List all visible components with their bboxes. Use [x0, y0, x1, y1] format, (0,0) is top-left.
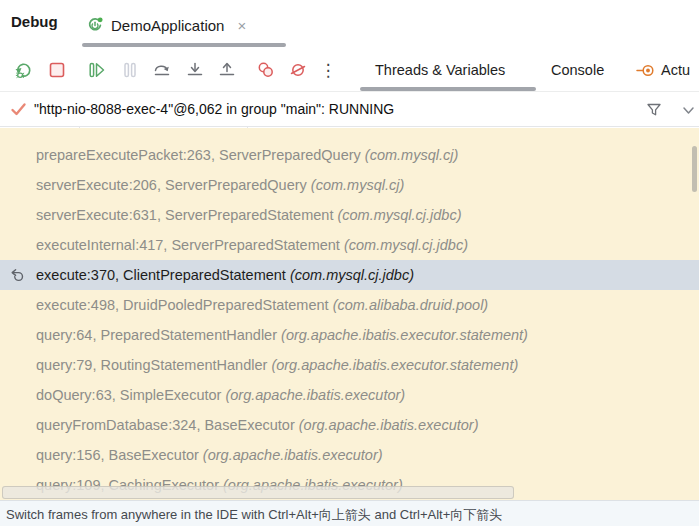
- status-hint-text: Switch frames from anywhere in the IDE w…: [6, 506, 502, 524]
- session-tab-demoapplication[interactable]: DemoApplication ×: [80, 8, 252, 42]
- frame-package: (com.alibaba.druid.pool): [333, 297, 489, 313]
- selected-view-tab-indicator: [360, 87, 536, 91]
- close-icon[interactable]: ×: [237, 17, 246, 34]
- frame-package: (com.mysql.cj.jdbc): [344, 237, 468, 253]
- tab-label: Console: [551, 62, 604, 78]
- pause-icon[interactable]: [120, 60, 140, 80]
- frame-row[interactable]: executeInternal:417, ServerPreparedState…: [0, 230, 699, 260]
- frame-package: (org.apache.ibatis.executor): [299, 417, 479, 433]
- filter-icon[interactable]: [645, 101, 663, 119]
- frame-package: (com.mysql.cj.jdbc): [337, 207, 461, 223]
- check-icon: [10, 101, 27, 118]
- actuator-icon: [636, 61, 655, 80]
- stack-frames-list: prepareExecutePacket:263, ServerPrepared…: [0, 128, 699, 500]
- frame-row-selected[interactable]: execute:370, ClientPreparedStatement (co…: [0, 260, 699, 290]
- step-over-icon[interactable]: [152, 60, 172, 80]
- frame-row[interactable]: query:156, BaseExecutor (org.apache.ibat…: [0, 440, 699, 470]
- thread-status-bar: "http-nio-8088-exec-4"@6,062 in group "m…: [0, 92, 699, 127]
- tab-actuator[interactable]: Actu: [636, 48, 690, 92]
- frame-package: (com.mysql.cj.jdbc): [290, 267, 414, 283]
- tab-label: Actu: [661, 62, 690, 78]
- frame-row[interactable]: serverExecute:206, ServerPreparedQuery (…: [0, 170, 699, 200]
- frame-method: serverExecute:631, ServerPreparedStateme…: [36, 207, 333, 223]
- rerun-debug-icon[interactable]: [13, 60, 33, 80]
- selected-tab-indicator: [82, 43, 286, 47]
- session-tab-label: DemoApplication: [111, 17, 224, 34]
- tab-label: Threads & Variables: [375, 62, 505, 78]
- frame-method: executeInternal:417, ServerPreparedState…: [36, 237, 340, 253]
- frame-method: serverExecute:206, ServerPreparedQuery: [36, 177, 307, 193]
- execution-point-icon: [9, 267, 25, 283]
- vertical-scrollbar[interactable]: [692, 146, 697, 192]
- mute-breakpoints-icon[interactable]: [288, 60, 308, 80]
- view-breakpoints-icon[interactable]: [256, 60, 276, 80]
- frame-package: (org.apache.ibatis.executor.statement): [271, 357, 518, 373]
- step-into-icon[interactable]: [185, 60, 205, 80]
- debugger-toolbar: ⋮ Threads & Variables Console Actu: [0, 48, 699, 92]
- debug-tool-window: Debug DemoApplication ×: [0, 0, 699, 526]
- frame-row[interactable]: query:79, RoutingStatementHandler (org.a…: [0, 350, 699, 380]
- tool-window-title: Debug: [11, 13, 58, 30]
- frame-package: (com.mysql.cj): [365, 147, 458, 163]
- chevron-down-icon[interactable]: [681, 103, 696, 118]
- thread-status-text: "http-nio-8088-exec-4"@6,062 in group "m…: [34, 101, 394, 117]
- frame-package: (org.apache.ibatis.executor.statement): [281, 327, 528, 343]
- horizontal-scrollbar[interactable]: [2, 486, 514, 499]
- frame-package: (org.apache.ibatis.executor): [203, 447, 383, 463]
- resume-icon[interactable]: [87, 60, 107, 80]
- frame-row[interactable]: execute:498, DruidPooledPreparedStatemen…: [0, 290, 699, 320]
- tab-console[interactable]: Console: [551, 48, 604, 92]
- frame-package: (com.mysql.cj): [311, 177, 404, 193]
- debug-header: Debug DemoApplication ×: [0, 0, 699, 48]
- step-out-icon[interactable]: [217, 60, 237, 80]
- frame-row[interactable]: query:64, PreparedStatementHandler (org.…: [0, 320, 699, 350]
- stop-icon[interactable]: [47, 60, 67, 80]
- status-bar: Switch frames from anywhere in the IDE w…: [0, 500, 699, 526]
- more-options-icon[interactable]: ⋮: [318, 60, 338, 80]
- frame-row[interactable]: serverExecute:631, ServerPreparedStateme…: [0, 200, 699, 230]
- frame-row[interactable]: prepareExecutePacket:263, ServerPrepared…: [0, 140, 699, 170]
- tab-threads-and-variables[interactable]: Threads & Variables: [375, 48, 505, 92]
- frame-row[interactable]: doQuery:63, SimpleExecutor (org.apache.i…: [0, 380, 699, 410]
- frame-method: queryFromDatabase:324, BaseExecutor: [36, 417, 295, 433]
- frame-row[interactable]: queryFromDatabase:324, BaseExecutor (org…: [0, 410, 699, 440]
- frame-method: query:156, BaseExecutor: [36, 447, 199, 463]
- frame-method: execute:370, ClientPreparedStatement: [36, 267, 286, 283]
- frame-method: query:79, RoutingStatementHandler: [36, 357, 267, 373]
- frame-package: (org.apache.ibatis.executor): [225, 387, 405, 403]
- frame-method: execute:498, DruidPooledPreparedStatemen…: [36, 297, 329, 313]
- frame-method: prepareExecutePacket:263, ServerPrepared…: [36, 147, 361, 163]
- frame-method: query:64, PreparedStatementHandler: [36, 327, 277, 343]
- spring-boot-running-icon: [86, 16, 104, 34]
- frame-method: doQuery:63, SimpleExecutor: [36, 387, 221, 403]
